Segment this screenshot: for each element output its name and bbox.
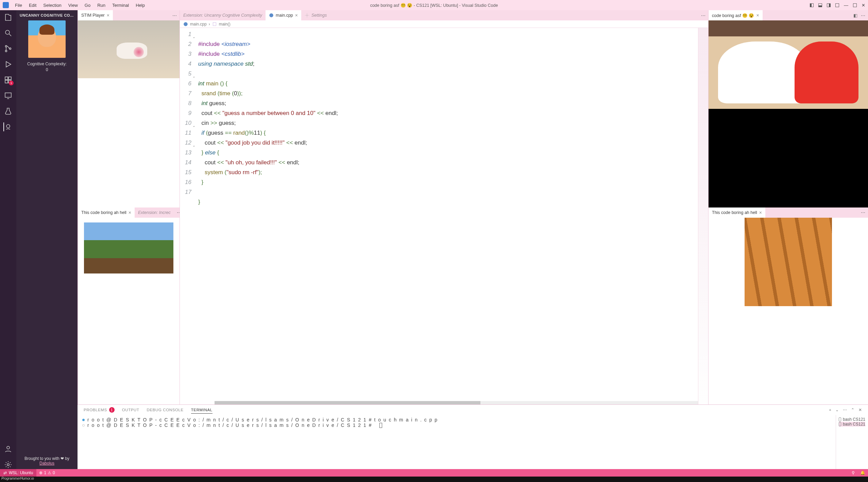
- close-icon[interactable]: ×: [129, 210, 131, 215]
- fold-icon[interactable]: ⌄: [192, 121, 195, 131]
- close-icon[interactable]: ×: [759, 210, 762, 215]
- testing-icon[interactable]: [4, 107, 13, 116]
- svg-rect-8: [5, 93, 11, 97]
- new-terminal-icon[interactable]: +: [829, 408, 831, 412]
- source-control-icon[interactable]: [4, 44, 13, 53]
- layout-panel-icon[interactable]: [818, 3, 822, 7]
- panel-tabs: PROBLEMS 1 OUTPUT DEBUG CONSOLE TERMINAL…: [78, 405, 868, 415]
- fold-icon[interactable]: ⌄: [192, 71, 195, 81]
- horizontal-scrollbar[interactable]: [215, 401, 698, 404]
- maximize-icon[interactable]: [853, 3, 857, 7]
- close-icon[interactable]: ✕: [862, 3, 865, 8]
- customize-layout-icon[interactable]: [835, 3, 839, 7]
- svg-point-0: [5, 30, 10, 34]
- status-bell-icon[interactable]: 🔔: [857, 470, 868, 475]
- cognitive-caption-label: Cognitive Complexity:: [18, 61, 75, 67]
- close-panel-icon[interactable]: ✕: [858, 408, 862, 412]
- tab-boring-hell[interactable]: This code boring ah hell ×: [78, 207, 135, 218]
- svg-rect-4: [5, 77, 8, 80]
- tab-main-cpp[interactable]: main.cpp ×: [266, 10, 301, 20]
- editor-group-2: This code boring ah hell × Extension: In…: [78, 207, 180, 405]
- media-player-4[interactable]: [745, 218, 832, 306]
- terminal-line: r o o t @ D E S K T O P - c C E E c V o …: [87, 422, 372, 428]
- window-title: code boring asf 😵‍💫 😵 - CS121 [WSL: Ubun…: [370, 3, 498, 8]
- terminal-list: bash CS121 bash CS121: [836, 415, 868, 469]
- menu-edit[interactable]: Edit: [26, 1, 39, 9]
- tab-label: Extension: Uncanny Cognitive Complexity: [183, 13, 262, 18]
- tab-ext-uncanny[interactable]: Extension: Uncanny Cognitive Complexity: [180, 10, 266, 20]
- status-remote[interactable]: ⇄ WSL: Ubuntu: [0, 469, 36, 477]
- editor-actions-icon[interactable]: ⋯: [698, 10, 708, 20]
- terminal-entry[interactable]: bash CS121: [839, 422, 865, 427]
- panel-tab-output[interactable]: OUTPUT: [122, 408, 139, 412]
- minimap[interactable]: [698, 28, 708, 404]
- extensions-badge: 1: [9, 81, 14, 85]
- tab-stim-player[interactable]: STIM Player ×: [78, 10, 113, 20]
- run-debug-icon[interactable]: [4, 60, 13, 69]
- warning-count: 0: [53, 470, 55, 475]
- menu-run[interactable]: Run: [95, 1, 108, 9]
- settings-gear-icon[interactable]: [4, 460, 13, 469]
- cpp-file-icon: [269, 13, 274, 18]
- status-feedback-icon[interactable]: ⚲: [849, 470, 857, 475]
- panel-tab-problems[interactable]: PROBLEMS 1: [84, 407, 115, 413]
- tab-settings[interactable]: Settings: [301, 10, 330, 20]
- split-editor-icon[interactable]: ◧: [853, 13, 857, 18]
- menu-view[interactable]: View: [66, 1, 81, 9]
- close-icon[interactable]: ×: [107, 13, 109, 18]
- breadcrumb[interactable]: main.cpp › main(): [180, 20, 708, 28]
- svg-point-9: [6, 124, 10, 128]
- close-icon[interactable]: ×: [756, 13, 759, 18]
- tab-boring-hell-2[interactable]: This code boring ah hell ×: [709, 207, 765, 218]
- media-player-2[interactable]: [709, 20, 868, 109]
- terminal-entry[interactable]: bash CS121: [839, 417, 865, 422]
- code-editor[interactable]: #include <iostream> #include <cstdlib> u…: [195, 28, 698, 404]
- vscode-icon: [3, 2, 9, 8]
- minimize-icon[interactable]: —: [844, 3, 848, 8]
- more-icon[interactable]: ⋯: [843, 408, 847, 412]
- svg-point-1: [5, 46, 7, 47]
- remote-explorer-icon[interactable]: [4, 91, 13, 100]
- breadcrumb-file[interactable]: main.cpp: [190, 22, 207, 27]
- status-problems[interactable]: ⊗1 ⚠0: [36, 470, 57, 475]
- cognitive-caption-value: 0: [18, 67, 75, 73]
- accounts-icon[interactable]: [4, 445, 13, 453]
- credit-link[interactable]: Dabolus: [39, 461, 54, 466]
- close-icon[interactable]: ×: [295, 13, 298, 18]
- terminal[interactable]: r o o t @ D E S K T O P - c C E E c V o …: [78, 415, 836, 469]
- tab-ext-increc[interactable]: Extension: Increc: [135, 207, 174, 218]
- extensions-icon[interactable]: 1: [4, 76, 13, 84]
- layout-sidebar-left-icon[interactable]: [810, 3, 814, 7]
- explorer-icon[interactable]: [4, 13, 13, 22]
- editor-group-1: STIM Player × ⋯: [78, 10, 180, 207]
- cognitive-face-image: [28, 20, 66, 58]
- svg-rect-5: [8, 77, 11, 80]
- media-player-1[interactable]: [78, 20, 180, 78]
- breadcrumb-symbol[interactable]: main(): [219, 22, 231, 27]
- menu-selection[interactable]: Selection: [40, 1, 64, 9]
- editor-actions-icon[interactable]: ⋯: [170, 10, 180, 20]
- editor-actions-icon[interactable]: ⋯: [174, 207, 180, 218]
- panel-tab-terminal[interactable]: TERMINAL: [191, 408, 212, 414]
- media-player-3[interactable]: [84, 222, 173, 273]
- menu-help[interactable]: Help: [133, 1, 148, 9]
- panel-tab-debug[interactable]: DEBUG CONSOLE: [147, 408, 184, 412]
- fold-icon[interactable]: ⌄: [192, 32, 195, 42]
- editor-actions-icon[interactable]: ⋯: [858, 207, 868, 218]
- terminal-name: bash CS121: [843, 417, 865, 422]
- layout-sidebar-right-icon[interactable]: [827, 3, 831, 7]
- tab-label: PROBLEMS: [84, 408, 107, 412]
- editor-actions-icon[interactable]: ◧⋯: [851, 10, 868, 20]
- menu-file[interactable]: File: [12, 1, 25, 9]
- chevron-down-icon[interactable]: ⌄: [835, 408, 839, 412]
- extension-custom-icon[interactable]: [3, 122, 12, 131]
- fold-icon[interactable]: ⌄: [192, 140, 195, 150]
- maximize-panel-icon[interactable]: ⌃: [851, 408, 854, 412]
- side-panel: UNCANNY COGNITIVE CO... Cognitive Comple…: [16, 10, 78, 469]
- tab-label: main.cpp: [276, 13, 293, 18]
- menu-terminal[interactable]: Terminal: [109, 1, 132, 9]
- search-icon[interactable]: [4, 29, 13, 37]
- title-bar-controls: — ✕: [810, 3, 865, 8]
- tab-code-boring[interactable]: code boring asf 😵‍💫 😵 ×: [709, 10, 763, 20]
- menu-go[interactable]: Go: [82, 1, 93, 9]
